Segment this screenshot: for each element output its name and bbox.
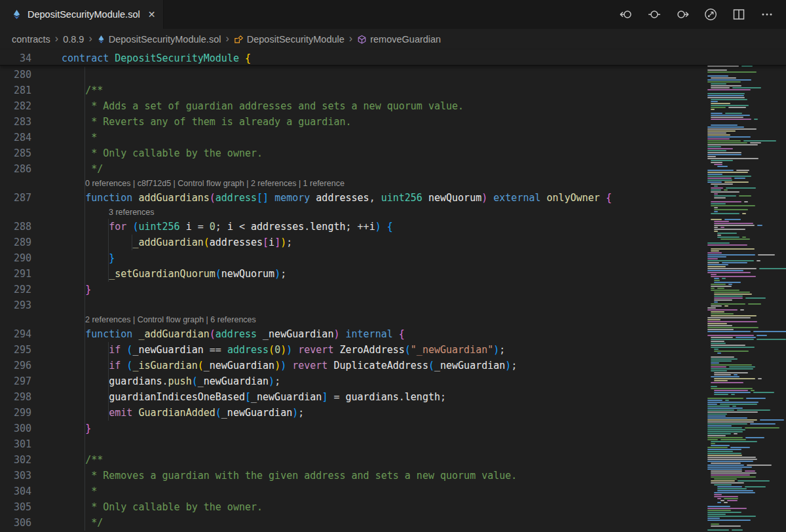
minimap-line [711,443,715,444]
code-text[interactable]: * Only callable by the owner. [62,499,263,515]
code-text[interactable]: } [62,421,91,436]
code-text[interactable]: if (_newGuardian == address(0)) revert Z… [62,342,505,358]
code-text[interactable]: function addGuardians(address[] memory a… [62,190,612,206]
code-text[interactable]: _setGuardianQuorum(newQuorum); [62,266,286,282]
line-number[interactable]: 304 [0,484,31,499]
codelens-links[interactable]: 3 references [109,207,154,218]
minimap-line [711,248,755,250]
code-text[interactable]: /** [62,452,103,468]
sticky-scroll-line[interactable]: 34contract DepositSecurityModule { [0,50,786,66]
breadcrumb-item-0-8-9[interactable]: 0.8.9 [63,34,84,45]
close-icon[interactable]: ✕ [146,9,158,20]
minimap-line [714,227,718,228]
line-number[interactable]: 285 [0,145,31,161]
line-number[interactable]: 287 [0,190,31,206]
circle-marker-icon[interactable] [647,7,662,22]
breadcrumb-item-removeguardian[interactable]: removeGuardian [357,34,441,45]
line-number[interactable]: 281 [0,83,31,98]
line-number[interactable]: 303 [0,468,31,484]
code-text[interactable]: * Removes a guardian with the given addr… [62,468,517,484]
minimap-line [714,193,718,195]
indent-guide [84,206,85,219]
breadcrumb: contracts›0.8.9›DepositSecurityModule.so… [0,29,786,50]
navigate-forward-circle-icon[interactable] [675,7,690,22]
navigate-back-circle-icon[interactable] [619,7,633,22]
code-text[interactable]: * Reverts any of them is already a guard… [62,114,352,130]
line-number[interactable]: 280 [0,67,31,83]
line-number[interactable]: 294 [0,326,31,342]
line-number[interactable]: 300 [0,421,31,436]
line-number[interactable]: 284 [0,130,31,145]
breadcrumb-item-contracts[interactable]: contracts [12,34,50,45]
minimap-line [711,119,751,120]
code-text[interactable]: if (_isGuardian(_newGuardian)) revert Du… [62,358,517,373]
line-number[interactable]: 282 [0,98,31,114]
code-line: 285 * Only callable by the owner. [0,145,704,161]
line-number[interactable]: 286 [0,161,31,177]
minimap-line [725,113,742,114]
code-text[interactable]: * Only callable by the owner. [62,145,263,161]
line-number[interactable]: 305 [0,499,31,515]
line-number[interactable]: 299 [0,405,31,421]
minimap-line [724,305,728,307]
minimap-line [711,274,717,275]
code-text[interactable]: * [62,130,97,145]
tab-depositsecuritymodule[interactable]: DepositSecurityModule.sol ✕ [0,0,164,29]
minimap-line [714,478,737,480]
codelens-links[interactable]: 2 references | Control flow graph | 6 re… [85,314,256,325]
minimap-line [734,433,738,434]
minimap-line [707,244,747,246]
line-number[interactable]: 306 [0,515,31,531]
code-text[interactable]: _addGuardian(addresses[i]); [62,235,292,250]
code-text[interactable]: */ [62,515,103,531]
minimap-line [707,71,757,73]
code-text[interactable]: * [62,484,97,499]
line-number[interactable]: 290 [0,250,31,266]
minimap-line [731,394,735,395]
indent-guide [84,436,85,452]
code-text[interactable]: guardianIndicesOneBased[_newGuardian] = … [62,389,446,405]
breadcrumb-item-depositsecuritymodule-sol[interactable]: DepositSecurityModule.sol [97,34,221,45]
line-number[interactable]: 296 [0,358,31,373]
minimap-line [707,408,743,409]
minimap[interactable] [704,50,786,532]
minimap-line [707,516,756,517]
minimap-line [711,463,741,464]
line-number[interactable]: 302 [0,452,31,468]
line-number[interactable]: 297 [0,373,31,389]
line-number[interactable]: 301 [0,436,31,452]
code-text[interactable]: for (uint256 i = 0; i < addresses.length… [62,219,393,235]
minimap-line [711,341,724,342]
codelens-row: 0 references | c8f712d5 | Control flow g… [0,177,704,190]
minimap-line [707,132,726,134]
minimap-line [707,325,732,326]
minimap-line [707,66,739,67]
minimap-line [707,146,721,147]
run-graph-icon[interactable] [703,7,718,22]
more-actions-icon[interactable] [760,7,774,22]
code-text[interactable]: */ [62,161,103,177]
codelens-links[interactable]: 0 references | c8f712d5 | Control flow g… [85,178,345,189]
breadcrumb-item-depositsecuritymodule[interactable]: DepositSecurityModule [234,34,345,45]
line-number[interactable]: 292 [0,282,31,297]
line-number[interactable]: 298 [0,389,31,405]
code-text[interactable]: } [62,282,91,297]
line-number[interactable]: 295 [0,342,31,358]
line-number[interactable]: 291 [0,266,31,282]
minimap-line [707,329,734,330]
minimap-line [711,337,733,338]
code-text[interactable]: * Adds a set of guardian addresses and s… [62,98,464,114]
code-text[interactable]: /** [62,83,103,98]
minimap-line [714,280,720,281]
code-text[interactable]: emit GuardianAdded(_newGuardian); [62,405,304,421]
split-editor-icon[interactable] [732,7,746,22]
line-number[interactable]: 289 [0,235,31,250]
code-text[interactable]: function _addGuardian(address _newGuardi… [62,326,405,342]
minimap-line [707,317,751,318]
line-number[interactable]: 283 [0,114,31,130]
code-text[interactable]: } [62,250,115,266]
line-number[interactable]: 288 [0,219,31,235]
code-text[interactable]: guardians.push(_newGuardian); [62,373,280,389]
minimap-line [707,158,758,159]
line-number[interactable]: 293 [0,297,31,313]
